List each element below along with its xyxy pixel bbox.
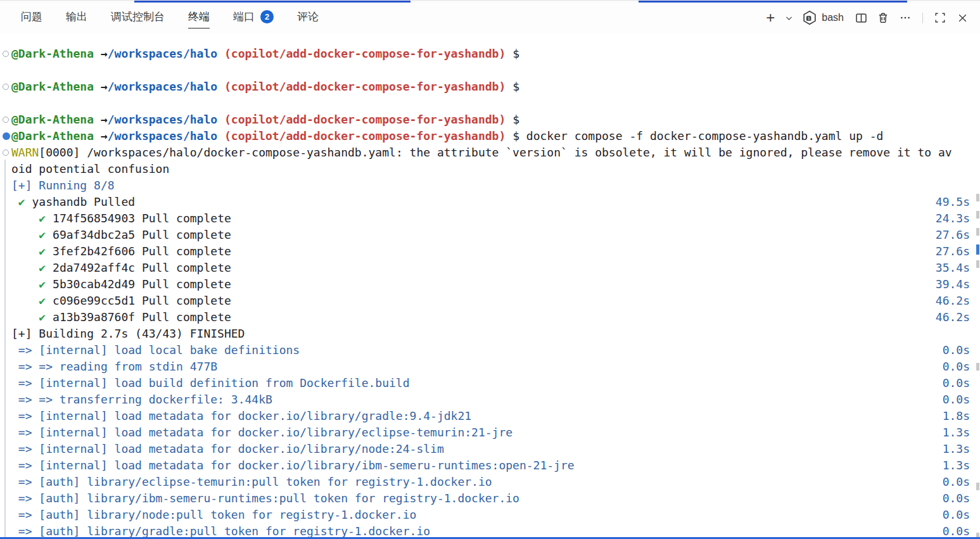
maximize-panel-icon: [934, 12, 946, 23]
split-terminal-button[interactable]: [852, 9, 870, 27]
ports-count-badge: 2: [260, 10, 274, 23]
terminal-text: (copilot/add-docker-compose-for-yashandb…: [224, 80, 506, 93]
terminal-line: ✔ 69af34dbc2a5 Pull complete27.6s: [0, 227, 980, 243]
tab-debug-console[interactable]: 调试控制台: [111, 7, 165, 29]
terminal-text: →: [101, 129, 108, 143]
terminal-bash-icon: $: [802, 10, 817, 25]
terminal-text: [11, 294, 39, 307]
terminal-text: [11, 228, 39, 241]
overview-ruler-mark: [976, 211, 979, 219]
terminal-text: 3fef2b42f606 Pull complete: [46, 244, 231, 258]
tab-problems[interactable]: 问题: [21, 7, 42, 29]
terminal-line: ✔ a13b39a8760f Pull complete46.2s: [0, 309, 980, 326]
terminal-text: /workspaces/halo: [108, 129, 217, 143]
duration-value: 27.6s: [936, 243, 970, 260]
terminal-text: [+] Building 2.7s (43/43) FINISHED: [11, 327, 245, 340]
maximize-panel-button[interactable]: [931, 9, 949, 27]
new-terminal-button[interactable]: +: [761, 9, 779, 27]
command-success-decoration-icon[interactable]: [3, 132, 10, 140]
terminal-text: [94, 129, 101, 143]
terminal-text: => [internal] load metadata for docker.i…: [18, 459, 575, 472]
terminal-text: @Dark-Athena: [11, 113, 94, 126]
overview-ruler-mark: [976, 260, 979, 268]
terminal-line: ✔ 174f56854903 Pull complete24.3s: [0, 210, 980, 227]
command-decoration-icon[interactable]: [3, 84, 9, 90]
kill-terminal-button[interactable]: [874, 9, 892, 27]
tab-comments[interactable]: 评论: [297, 7, 319, 29]
terminal-text: [11, 360, 18, 373]
terminal-text: [11, 310, 39, 324]
terminal-panel: 问题 输出 调试控制台 终端 端口 2 评论 + $: [0, 0, 980, 539]
terminal-text: [11, 442, 18, 455]
tab-output[interactable]: 输出: [66, 7, 87, 29]
terminal-text: /workspaces/halo: [108, 47, 217, 60]
terminal-line: [0, 62, 980, 79]
duration-value: 46.2s: [936, 309, 970, 326]
tab-ports[interactable]: 端口 2: [233, 7, 274, 29]
terminal-text: WARN: [11, 146, 39, 159]
tab-label: 问题: [21, 10, 42, 24]
close-panel-button[interactable]: [953, 9, 971, 27]
terminal-text: $: [506, 80, 519, 93]
terminal-text: [11, 459, 18, 472]
terminal-text: (copilot/add-docker-compose-for-yashandb…: [224, 113, 506, 126]
terminal-line: oid potential confusion: [0, 161, 980, 177]
duration-value: 0.0s: [943, 507, 970, 523]
terminal-line: [+] Building 2.7s (43/43) FINISHED: [0, 326, 980, 342]
terminal-line: ✔ c096e99cc5d1 Pull complete46.2s: [0, 293, 980, 309]
terminal-text: => [internal] load local bake definition…: [18, 343, 300, 357]
terminal-text: 174f56854903 Pull complete: [46, 212, 231, 225]
terminal-text: oid potential confusion: [11, 162, 169, 175]
terminal-viewport[interactable]: @Dark-Athena →/workspaces/halo (copilot/…: [0, 33, 980, 539]
terminal-line: @Dark-Athena →/workspaces/halo (copilot/…: [0, 46, 980, 62]
actions-divider: [922, 13, 923, 23]
tab-terminal[interactable]: 终端: [188, 7, 210, 29]
terminal-text: yashandb Pulled: [25, 195, 135, 208]
terminal-text: c096e99cc5d1 Pull complete: [46, 294, 231, 307]
terminal-text: [94, 47, 101, 60]
terminal-text: ✔: [39, 212, 46, 225]
duration-value: 0.0s: [943, 490, 970, 507]
terminal-line: => [auth] library/ibm-semeru-runtimes:pu…: [0, 490, 980, 507]
duration-value: 0.0s: [943, 342, 970, 358]
terminal-text: => [internal] load metadata for docker.i…: [18, 442, 444, 455]
terminal-text: $: [506, 113, 519, 126]
tab-label: 评论: [297, 10, 319, 24]
terminal-line: => [auth] library/eclipse-temurin:pull t…: [0, 474, 980, 490]
overview-ruler-mark: [976, 194, 979, 201]
terminal-text: /workspaces/halo: [108, 113, 217, 126]
more-actions-icon: [900, 12, 911, 23]
duration-value: 0.0s: [943, 358, 970, 375]
terminal-text: [11, 244, 39, 258]
terminal-text: => [internal] load metadata for docker.i…: [18, 409, 471, 422]
duration-value: 0.0s: [943, 375, 970, 391]
terminal-line: [+] Running 8/8: [0, 177, 980, 194]
overview-ruler-mark: [976, 244, 979, 255]
terminal-line: ✔ yashandb Pulled49.5s: [0, 194, 980, 210]
terminal-text: docker compose -f docker-compose-yashand…: [519, 129, 883, 143]
terminal-overview-ruler[interactable]: [976, 0, 980, 539]
active-terminal-item[interactable]: $ bash: [802, 10, 844, 25]
terminal-line: [0, 95, 980, 111]
terminal-text: a13b39a8760f Pull complete: [46, 310, 231, 324]
terminal-text: (copilot/add-docker-compose-for-yashandb…: [224, 129, 506, 143]
terminal-text: →: [101, 47, 108, 60]
terminal-text: => [auth] library/node:pull token for re…: [18, 508, 417, 521]
terminal-text: @Dark-Athena: [11, 80, 94, 93]
terminal-text: [94, 113, 101, 126]
terminal-text: →: [101, 80, 108, 93]
split-terminal-icon: [855, 12, 867, 24]
duration-value: 46.2s: [936, 293, 970, 309]
command-decoration-icon[interactable]: [3, 117, 9, 123]
command-decoration-icon[interactable]: [3, 51, 9, 57]
svg-text:$: $: [808, 16, 810, 20]
terminal-text: [11, 524, 18, 538]
command-decoration-icon[interactable]: [3, 149, 9, 156]
duration-value: 1.3s: [943, 457, 970, 474]
terminal-profile-dropdown-button[interactable]: [784, 9, 794, 27]
terminal-text: [11, 195, 18, 208]
terminal-text: /workspaces/halo: [108, 80, 217, 93]
terminal-line: => [internal] load local bake definition…: [0, 342, 980, 358]
more-actions-button[interactable]: [896, 9, 914, 27]
panel-actions: + $ bash: [761, 9, 971, 27]
